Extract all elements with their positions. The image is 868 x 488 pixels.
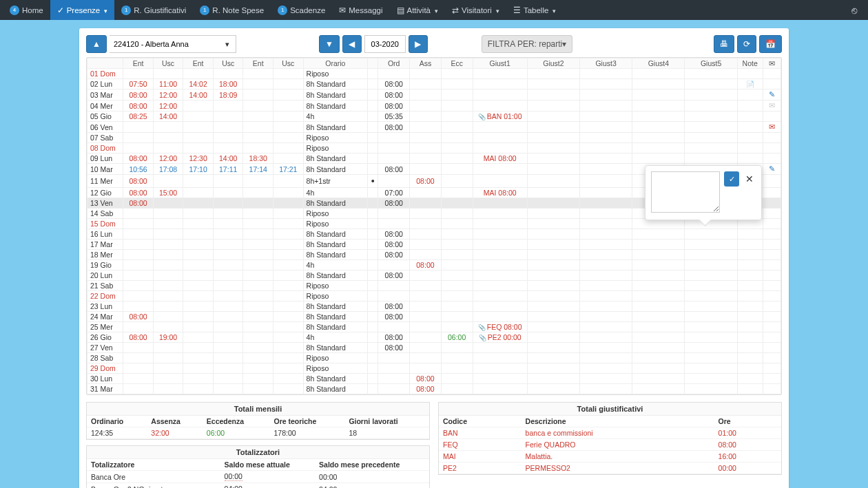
time-cell[interactable]: [213, 198, 243, 209]
table-row[interactable]: 30 Lun8h Standard08:00: [87, 374, 781, 384]
next-period-button[interactable]: ▶: [409, 35, 428, 53]
giust-cell[interactable]: [527, 188, 579, 198]
giust1-cell[interactable]: [473, 79, 527, 89]
giust-cell[interactable]: [527, 89, 579, 100]
giust1-cell[interactable]: [473, 374, 527, 384]
time-cell[interactable]: 14:02: [183, 79, 214, 89]
giust-cell[interactable]: [685, 122, 737, 133]
note-cell[interactable]: [737, 260, 763, 270]
time-cell[interactable]: 12:00: [153, 100, 183, 112]
time-cell[interactable]: [273, 240, 304, 250]
giust-cell[interactable]: [527, 100, 579, 112]
table-row[interactable]: 07 SabRiposo: [87, 133, 781, 143]
time-cell[interactable]: [213, 281, 243, 291]
print-button[interactable]: 🖶: [714, 35, 734, 53]
time-cell[interactable]: [213, 312, 243, 322]
giust-cell[interactable]: [685, 374, 737, 384]
time-cell[interactable]: 18:00: [213, 79, 243, 89]
time-cell[interactable]: [213, 100, 243, 112]
giust1-cell[interactable]: [473, 69, 527, 79]
giust-cell[interactable]: [632, 240, 685, 250]
giust-cell[interactable]: [527, 79, 579, 89]
time-cell[interactable]: [273, 281, 304, 291]
note-cell[interactable]: [737, 122, 763, 133]
time-cell[interactable]: 19:00: [153, 332, 183, 343]
giust1-cell[interactable]: [473, 164, 527, 175]
mail-cell[interactable]: [763, 374, 781, 384]
time-cell[interactable]: [153, 209, 183, 219]
time-cell[interactable]: [183, 219, 214, 229]
giust1-cell[interactable]: [473, 260, 527, 270]
time-cell[interactable]: [123, 343, 154, 353]
giust-cell[interactable]: [632, 384, 685, 394]
time-cell[interactable]: 08:25: [123, 112, 154, 122]
giust1-cell[interactable]: [473, 363, 527, 374]
note-cell[interactable]: [737, 363, 763, 374]
time-cell[interactable]: [213, 175, 243, 188]
giust-cell[interactable]: [580, 143, 632, 153]
time-cell[interactable]: 17:10: [183, 164, 214, 175]
time-cell[interactable]: 17:14: [243, 164, 273, 175]
giust-cell[interactable]: [632, 143, 685, 153]
mail-cell[interactable]: [763, 384, 781, 394]
mail-cell[interactable]: [763, 301, 781, 312]
note-cell[interactable]: [737, 133, 763, 143]
time-cell[interactable]: [123, 133, 154, 143]
time-cell[interactable]: 08:00: [123, 175, 154, 188]
giust-cell[interactable]: [580, 250, 632, 260]
nav-scadenze[interactable]: 1 Scadenze: [271, 0, 332, 20]
time-cell[interactable]: [273, 89, 304, 100]
note-cell[interactable]: [737, 79, 763, 89]
mail-cell[interactable]: [763, 122, 781, 133]
giust-cell[interactable]: [580, 260, 632, 270]
giust-cell[interactable]: [527, 122, 579, 133]
giust-cell[interactable]: [527, 250, 579, 260]
giust-cell[interactable]: [580, 301, 632, 312]
time-cell[interactable]: [213, 209, 243, 219]
giust1-cell[interactable]: [473, 89, 527, 100]
note-cell[interactable]: [737, 384, 763, 394]
giust-cell[interactable]: [685, 301, 737, 312]
giust-cell[interactable]: [527, 312, 579, 322]
time-cell[interactable]: 14:00: [153, 112, 183, 122]
giust-cell[interactable]: [527, 143, 579, 153]
giust-cell[interactable]: [580, 133, 632, 143]
giust-cell[interactable]: [685, 100, 737, 112]
time-cell[interactable]: [183, 322, 214, 332]
time-cell[interactable]: [153, 260, 183, 270]
giust1-cell[interactable]: BAN 01:00: [473, 112, 527, 122]
giust-cell[interactable]: [527, 374, 579, 384]
mail-cell[interactable]: [763, 250, 781, 260]
giust-cell[interactable]: [685, 363, 737, 374]
time-cell[interactable]: [123, 291, 154, 301]
giust-cell[interactable]: [632, 79, 685, 89]
giust-cell[interactable]: [527, 343, 579, 353]
time-cell[interactable]: [273, 209, 304, 219]
time-cell[interactable]: [123, 260, 154, 270]
time-cell[interactable]: [123, 143, 154, 153]
giust-cell[interactable]: [632, 363, 685, 374]
giust-cell[interactable]: [527, 133, 579, 143]
mail-cell[interactable]: [763, 332, 781, 343]
nav-home[interactable]: 4 Home: [3, 0, 50, 20]
giust-cell[interactable]: [685, 143, 737, 153]
time-cell[interactable]: [213, 343, 243, 353]
giust-cell[interactable]: [685, 229, 737, 240]
time-cell[interactable]: [213, 112, 243, 122]
mail-cell[interactable]: [763, 79, 781, 89]
giust-cell[interactable]: [580, 122, 632, 133]
time-cell[interactable]: [243, 301, 273, 312]
nav-notespese[interactable]: 1 R. Note Spese: [193, 0, 271, 20]
table-row[interactable]: 23 Lun8h Standard08:00: [87, 301, 781, 312]
table-row[interactable]: 24 Mar08:008h Standard08:00: [87, 312, 781, 322]
time-cell[interactable]: [183, 260, 214, 270]
table-row[interactable]: 17 Mar8h Standard08:00: [87, 240, 781, 250]
giust-cell[interactable]: [580, 69, 632, 79]
giust-cell[interactable]: [527, 301, 579, 312]
giust1-cell[interactable]: [473, 384, 527, 394]
table-row[interactable]: 27 Ven8h Standard08:00: [87, 343, 781, 353]
time-cell[interactable]: [243, 79, 273, 89]
giust-cell[interactable]: [580, 229, 632, 240]
time-cell[interactable]: [153, 301, 183, 312]
time-cell[interactable]: [153, 143, 183, 153]
